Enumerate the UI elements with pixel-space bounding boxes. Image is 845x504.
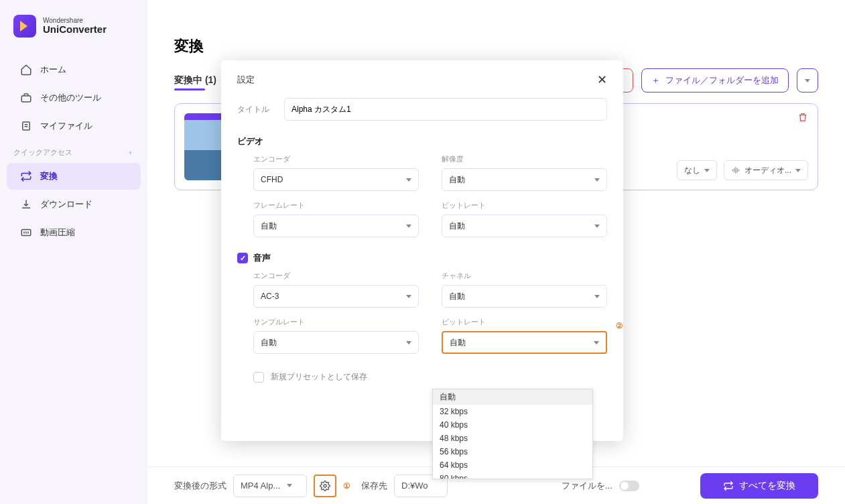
audio-channel-select[interactable]: 自動 — [442, 285, 607, 308]
chevron-down-icon — [406, 178, 411, 182]
bitrate-option[interactable]: 56 kbps — [433, 445, 592, 458]
chevron-down-icon — [594, 225, 600, 228]
video-section-header: ビデオ — [237, 135, 607, 147]
video-encoder-select[interactable]: CFHD — [253, 168, 419, 191]
bitrate-option[interactable]: 自動 — [433, 389, 592, 405]
audio-bitrate-select[interactable]: 自動 — [442, 331, 607, 354]
video-framerate-label: フレームレート — [253, 200, 419, 210]
chevron-down-icon — [594, 341, 599, 344]
video-bitrate-label: ビットレート — [442, 200, 607, 210]
modal-backdrop: 設定 ✕ タイトル ビデオ エンコーダCFHD 解像度自動 フレームレート自動 … — [0, 0, 845, 504]
title-field-label: タイトル — [237, 104, 275, 115]
video-framerate-select[interactable]: 自動 — [253, 214, 419, 237]
bitrate-option[interactable]: 48 kbps — [433, 432, 592, 445]
bitrate-option[interactable]: 80 kbps — [433, 472, 592, 479]
audio-samplerate-label: サンプルレート — [253, 317, 419, 327]
video-resolution-select[interactable]: 自動 — [442, 168, 607, 191]
chevron-down-icon — [406, 295, 411, 298]
audio-bitrate-dropdown: 自動 32 kbps 40 kbps 48 kbps 56 kbps 64 kb… — [432, 389, 593, 479]
audio-encoder-select[interactable]: AC-3 — [253, 285, 419, 308]
audio-samplerate-select[interactable]: 自動 — [253, 331, 419, 354]
bitrate-option[interactable]: 32 kbps — [433, 405, 592, 418]
bitrate-option[interactable]: 40 kbps — [433, 418, 592, 432]
chevron-down-icon — [406, 341, 411, 344]
audio-channel-label: チャネル — [442, 271, 607, 281]
modal-close-button[interactable]: ✕ — [597, 72, 607, 87]
audio-bitrate-label: ビットレート — [442, 317, 607, 327]
audio-checkbox[interactable]: ✓ — [237, 253, 248, 263]
title-input[interactable] — [284, 98, 607, 121]
modal-title: 設定 — [237, 74, 255, 86]
video-bitrate-select[interactable]: 自動 — [442, 214, 607, 237]
video-resolution-label: 解像度 — [442, 154, 607, 164]
chevron-down-icon — [406, 225, 411, 228]
video-encoder-label: エンコーダ — [253, 154, 419, 164]
annotation-2: ② — [616, 321, 623, 330]
audio-encoder-label: エンコーダ — [253, 271, 419, 281]
chevron-down-icon — [594, 178, 600, 182]
bitrate-option[interactable]: 64 kbps — [433, 458, 592, 472]
audio-section-header: ✓ 音声 — [237, 252, 607, 264]
settings-modal: 設定 ✕ タイトル ビデオ エンコーダCFHD 解像度自動 フレームレート自動 … — [221, 60, 623, 441]
chevron-down-icon — [594, 295, 600, 298]
save-preset-label: 新規プリセットとして保存 — [271, 371, 367, 383]
save-preset-checkbox[interactable] — [253, 372, 264, 383]
